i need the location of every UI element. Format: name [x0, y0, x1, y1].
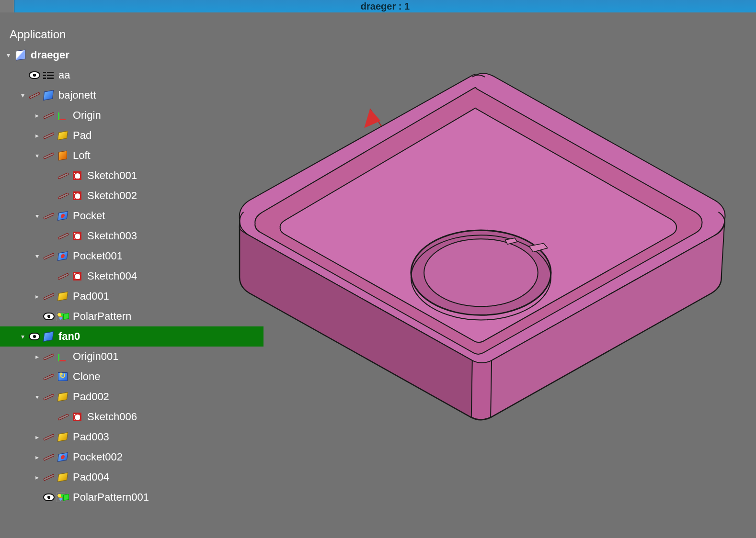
tree-item-label: Pad	[73, 130, 92, 141]
origin-icon	[57, 109, 69, 122]
sketch-icon	[71, 411, 83, 423]
titlebar: draeger : 1	[0, 0, 756, 12]
eye-open-icon[interactable]	[29, 70, 40, 80]
sketch-icon	[71, 230, 83, 242]
eye-closed-icon[interactable]	[43, 472, 55, 482]
body-icon	[42, 89, 55, 101]
tree-item-label: Pad001	[73, 291, 109, 302]
body-icon	[42, 330, 55, 343]
eye-closed-icon[interactable]	[57, 412, 69, 422]
svg-point-9	[424, 239, 538, 306]
expander-icon[interactable]: ▾	[33, 392, 41, 401]
tree-item-label: Origin001	[73, 351, 118, 362]
tree-header: Application	[0, 27, 263, 45]
polar-icon	[57, 310, 69, 323]
tree-item-label: Clone	[73, 371, 100, 382]
sketch-icon	[71, 190, 83, 202]
model-body	[240, 73, 725, 420]
tree-item-label: Sketch006	[87, 412, 137, 422]
expander-icon	[47, 191, 56, 200]
eye-closed-icon[interactable]	[57, 191, 69, 201]
tree-item-label: Sketch003	[87, 231, 137, 241]
eye-open-icon[interactable]	[43, 493, 55, 502]
expander-icon[interactable]: ▾	[33, 212, 41, 220]
tree-item-label: fan0	[58, 331, 80, 342]
expander-icon[interactable]: ▸	[33, 433, 41, 441]
pad-icon	[57, 391, 69, 403]
eye-closed-icon[interactable]	[43, 392, 55, 402]
eye-open-icon[interactable]	[43, 312, 55, 321]
tree-item-label: Sketch002	[87, 191, 137, 201]
pad-icon	[57, 431, 69, 443]
expander-icon	[47, 272, 56, 280]
expander-icon[interactable]: ▾	[4, 51, 12, 59]
expander-icon[interactable]: ▸	[33, 131, 41, 140]
pad-icon	[57, 129, 69, 142]
eye-closed-icon[interactable]	[43, 211, 55, 221]
expander-icon[interactable]: ▸	[33, 292, 41, 301]
expander-icon[interactable]: ▸	[33, 111, 41, 120]
tree-item-label: PolarPattern	[73, 311, 131, 322]
tree-item-label: Origin	[73, 110, 101, 121]
tree-item-label: Pocket	[73, 211, 105, 221]
eye-closed-icon[interactable]	[43, 111, 55, 120]
expander-icon	[47, 171, 56, 180]
expander-icon	[18, 71, 27, 79]
eye-closed-icon[interactable]	[43, 251, 55, 261]
clone-icon	[57, 370, 69, 383]
tree-item-label: aa	[58, 70, 70, 80]
polar-icon	[57, 491, 69, 504]
tree-item-label: draeger	[31, 50, 69, 60]
pad-icon	[57, 290, 69, 303]
titlebar-decor	[0, 0, 14, 12]
eye-closed-icon[interactable]	[43, 452, 55, 462]
titlebar-title-strip: draeger : 1	[14, 0, 756, 12]
viewport-3d[interactable]	[220, 51, 751, 533]
tree-item-label: Sketch001	[87, 170, 137, 181]
expander-icon[interactable]: ▸	[33, 473, 41, 482]
pocket-icon	[57, 451, 69, 463]
pad-icon	[57, 471, 69, 483]
eye-closed-icon[interactable]	[57, 231, 69, 241]
expander-icon[interactable]: ▾	[18, 91, 27, 100]
eye-closed-icon[interactable]	[29, 90, 40, 100]
eye-closed-icon[interactable]	[43, 352, 55, 361]
expander-icon[interactable]: ▾	[33, 252, 41, 260]
sketch-icon	[71, 270, 83, 282]
expander-icon	[33, 493, 41, 502]
tree-item-label: Pocket002	[73, 452, 123, 462]
tree-item-label: Pocket001	[73, 251, 123, 261]
model-render	[220, 51, 751, 533]
tree-item-label: Pad003	[73, 432, 109, 442]
pocket-icon	[57, 250, 69, 262]
sketch-icon	[71, 169, 83, 182]
eye-closed-icon[interactable]	[43, 291, 55, 301]
expander-icon	[33, 372, 41, 381]
eye-closed-icon[interactable]	[43, 432, 55, 442]
eye-closed-icon[interactable]	[43, 131, 55, 140]
tree-item-label: bajonett	[58, 90, 96, 101]
loft-icon	[57, 149, 69, 162]
eye-open-icon[interactable]	[29, 332, 40, 341]
expander-icon[interactable]: ▸	[33, 352, 41, 361]
expander-icon	[47, 232, 56, 240]
tree-item-label: Pad004	[73, 472, 109, 482]
tree-item-label: Sketch004	[87, 271, 137, 281]
window-title: draeger : 1	[361, 1, 410, 12]
expander-icon	[33, 312, 41, 321]
eye-closed-icon[interactable]	[57, 271, 69, 281]
tree-item-label: PolarPattern001	[73, 492, 149, 503]
expander-icon	[47, 413, 56, 421]
expander-icon[interactable]: ▸	[33, 453, 41, 461]
doc-icon	[14, 49, 27, 61]
eye-closed-icon[interactable]	[43, 372, 55, 381]
expander-icon[interactable]: ▾	[18, 332, 27, 341]
pocket-icon	[57, 210, 69, 222]
tree-item-label: Pad002	[73, 392, 109, 402]
eye-closed-icon[interactable]	[57, 171, 69, 180]
list-icon	[42, 69, 55, 81]
eye-closed-icon[interactable]	[43, 151, 55, 160]
expander-icon[interactable]: ▾	[33, 151, 41, 160]
svg-marker-1	[364, 109, 380, 128]
tree-item-label: Loft	[73, 150, 91, 161]
